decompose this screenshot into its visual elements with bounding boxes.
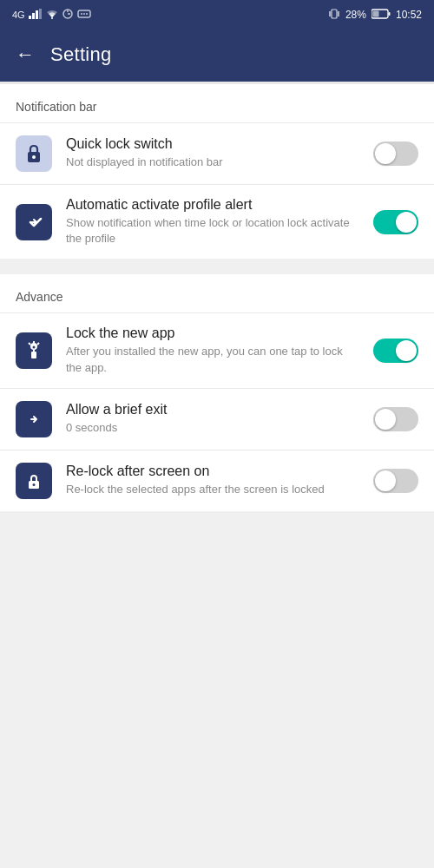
- svg-point-4: [51, 17, 53, 19]
- quick-lock-toggle[interactable]: [373, 141, 418, 166]
- status-right: 28% 10:52: [328, 8, 422, 23]
- back-button[interactable]: ←: [16, 43, 35, 66]
- setting-item-brief-exit[interactable]: Allow a brief exit 0 seconds: [0, 388, 434, 450]
- time: 10:52: [396, 9, 422, 21]
- signal-bars-icon: [29, 9, 43, 21]
- relock-subtitle: Re-lock the selected apps after the scre…: [66, 482, 359, 497]
- auto-activate-subtitle: Show notification when time lock or loca…: [66, 215, 359, 247]
- quick-lock-subtitle: Not displayed in notification bar: [66, 155, 359, 170]
- battery-percent: 28%: [345, 9, 366, 21]
- vibrate-icon: [328, 8, 340, 23]
- relock-toggle-knob: [375, 470, 396, 491]
- svg-rect-26: [31, 352, 36, 358]
- brief-exit-subtitle: 0 seconds: [66, 420, 359, 436]
- extra-icon1: [62, 9, 74, 21]
- status-bar: 4G: [0, 0, 434, 28]
- quick-lock-text: Quick lock switch Not displayed in notif…: [66, 136, 359, 170]
- relock-toggle[interactable]: [373, 469, 418, 493]
- setting-item-lock-new-app[interactable]: Lock the new app After you installed the…: [0, 312, 434, 387]
- svg-rect-3: [39, 9, 42, 19]
- extra-icon2: [77, 9, 91, 21]
- auto-activate-icon: [16, 204, 52, 240]
- quick-lock-toggle-knob: [375, 143, 396, 164]
- bottom-space: [0, 511, 434, 581]
- svg-rect-16: [388, 12, 390, 16]
- lock-new-app-icon: [16, 332, 52, 369]
- lock-new-app-subtitle: After you installed the new app, you can…: [66, 344, 359, 375]
- auto-activate-toggle-knob: [396, 212, 417, 233]
- svg-point-19: [32, 155, 36, 159]
- lock-new-app-title: Lock the new app: [66, 326, 359, 341]
- section-notification-bar: Notification bar Quick lock switch Not d…: [0, 84, 434, 259]
- setting-item-auto-activate[interactable]: Automatic activate profile alert Show no…: [0, 184, 434, 259]
- section-separator: [0, 259, 434, 274]
- lock-new-app-toggle[interactable]: [373, 339, 418, 363]
- svg-line-24: [29, 343, 30, 345]
- svg-rect-0: [29, 16, 31, 19]
- wifi-icon: [46, 10, 58, 21]
- auto-activate-title: Automatic activate profile alert: [66, 197, 359, 213]
- status-left: 4G: [12, 9, 91, 21]
- battery-icon: [372, 9, 391, 22]
- section-label-advance: Advance: [0, 274, 434, 312]
- brief-exit-text: Allow a brief exit 0 seconds: [66, 402, 359, 436]
- relock-text: Re-lock after screen on Re-lock the sele…: [66, 464, 359, 497]
- relock-title: Re-lock after screen on: [66, 464, 359, 479]
- svg-point-27: [33, 346, 36, 349]
- signal-icon: 4G: [12, 10, 25, 20]
- section-label-notification: Notification bar: [0, 84, 434, 122]
- svg-line-23: [37, 343, 39, 345]
- lock-new-app-text: Lock the new app After you installed the…: [66, 326, 359, 375]
- relock-icon: [16, 463, 52, 499]
- auto-activate-toggle[interactable]: [373, 210, 418, 234]
- quick-lock-icon: [16, 135, 52, 172]
- svg-rect-2: [36, 10, 38, 19]
- auto-activate-text: Automatic activate profile alert Show no…: [66, 197, 359, 247]
- brief-exit-title: Allow a brief exit: [66, 402, 359, 418]
- svg-rect-17: [372, 10, 378, 16]
- brief-exit-icon: [16, 401, 52, 437]
- quick-lock-title: Quick lock switch: [66, 136, 359, 152]
- section-advance: Advance Lock the new app After you insta…: [0, 274, 434, 510]
- svg-rect-12: [332, 10, 337, 18]
- brief-exit-toggle[interactable]: [373, 407, 418, 431]
- svg-point-31: [33, 483, 36, 486]
- lock-new-app-toggle-knob: [396, 340, 417, 361]
- setting-item-relock[interactable]: Re-lock after screen on Re-lock the sele…: [0, 450, 434, 511]
- page-title: Setting: [50, 43, 112, 66]
- app-header: ← Setting: [0, 28, 434, 82]
- svg-rect-1: [32, 13, 35, 19]
- brief-exit-toggle-knob: [375, 409, 396, 430]
- setting-item-quick-lock[interactable]: Quick lock switch Not displayed in notif…: [0, 122, 434, 184]
